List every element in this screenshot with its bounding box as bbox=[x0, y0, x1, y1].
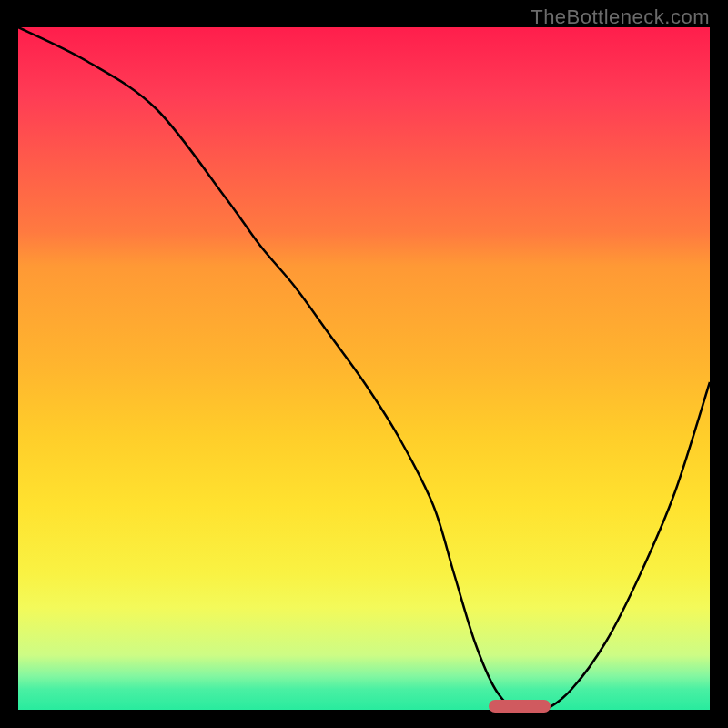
optimum-marker bbox=[489, 700, 551, 713]
line-curve-svg bbox=[18, 27, 710, 710]
plot-area bbox=[18, 27, 710, 710]
curve-path bbox=[18, 27, 710, 710]
chart-container: TheBottleneck.com bbox=[0, 0, 728, 728]
watermark-text: TheBottleneck.com bbox=[531, 5, 710, 29]
